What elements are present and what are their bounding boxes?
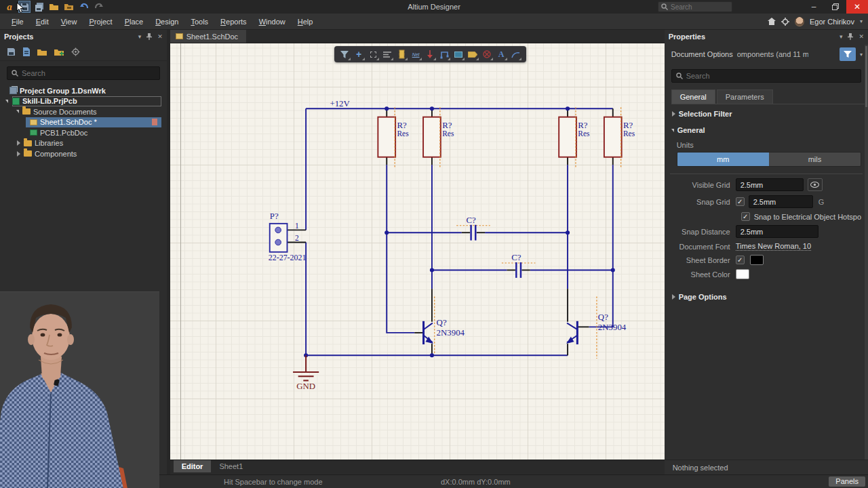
menu-reports[interactable]: Reports [214,16,253,28]
ground-net-label[interactable]: GND [296,382,315,391]
properties-search-input[interactable] [686,72,802,80]
snap-distance-input[interactable]: 2.5mm [736,225,818,238]
tab-general[interactable]: General [671,89,715,104]
document-font-link[interactable]: Times New Roman, 10 [736,242,811,251]
transistor-Q2[interactable] [566,321,577,344]
minimize-button[interactable]: – [803,0,825,14]
q2-comment[interactable]: 2N3904 [597,323,626,332]
p1-part-number[interactable]: 22-27-2021 [268,253,306,262]
add-folder-icon[interactable] [54,48,64,56]
q1-comment[interactable]: 2N3904 [436,328,465,338]
undo-button[interactable] [79,1,90,12]
snap-hotspot-checkbox[interactable]: ✓ [741,212,750,221]
tab-editor[interactable]: Editor [174,460,212,472]
tree-item-libraries[interactable]: Libraries [0,138,167,149]
save-all-button[interactable] [34,1,45,12]
collapse-arrow-icon[interactable] [17,140,20,146]
user-avatar[interactable] [795,17,804,26]
global-search[interactable] [658,1,732,12]
visible-grid-toggle-button[interactable] [808,178,823,191]
home-icon[interactable] [768,18,776,25]
r2-comment[interactable]: Res [442,129,454,138]
tree-item-sheet1[interactable]: Sheet1.SchDoc * [0,117,167,128]
tab-sheet1[interactable]: Sheet1 [211,460,251,472]
panels-button[interactable]: Panels [829,476,865,487]
sheet-border-color-swatch[interactable] [750,255,764,265]
p1-designator[interactable]: P? [269,211,278,221]
transistor-Q1[interactable] [423,321,433,344]
r1-designator[interactable]: R? [397,121,407,130]
gear-icon[interactable] [781,18,789,26]
r3-comment[interactable]: Res [578,129,590,138]
pin-icon[interactable] [146,33,152,40]
open-project-button[interactable] [64,1,75,12]
schematic-canvas[interactable]: + Net A [170,43,665,460]
close-button[interactable]: ✕ [846,0,868,14]
section-general[interactable]: General [665,121,868,137]
r1-comment[interactable]: Res [397,129,409,138]
collapse-arrow-icon[interactable] [17,151,20,157]
filter-dropdown-icon[interactable]: ▾ [860,52,863,58]
connector-P1[interactable] [269,224,287,252]
visible-grid-input[interactable]: 2.5mm [736,178,804,191]
units-mm-button[interactable]: mm [677,152,769,166]
settings-gear-icon[interactable] [71,47,80,56]
open-document-button[interactable] [49,1,60,12]
schematic-sheet[interactable]: +12V R? Res R? Res R? Res R? Res C? C? Q… [170,43,665,440]
menu-window[interactable]: Window [253,16,292,28]
section-page-options[interactable]: Page Options [665,287,868,304]
r4-comment[interactable]: Res [623,129,635,138]
menu-design[interactable]: Design [149,16,184,28]
user-menu-caret-icon[interactable]: ▾ [860,18,863,24]
menu-project[interactable]: Project [83,16,118,28]
menu-view[interactable]: View [55,16,83,28]
save-icon[interactable] [7,47,16,56]
tree-item-source-documents[interactable]: Source Documents [0,106,167,117]
q1-designator[interactable]: Q? [436,318,446,327]
c1-designator[interactable]: C? [466,216,476,225]
properties-scrollbar[interactable] [865,45,868,460]
capacitor-C1[interactable] [471,225,475,241]
properties-search[interactable] [671,69,861,83]
user-name[interactable]: Egor Chirikov [810,18,854,26]
panel-dropdown-icon[interactable]: ▾ [138,33,142,40]
open-folder-icon[interactable] [37,48,47,56]
r3-designator[interactable]: R? [578,121,588,130]
menu-file[interactable]: File [5,16,30,28]
tab-parameters[interactable]: Parameters [717,89,773,104]
q2-designator[interactable]: Q? [597,312,608,322]
global-search-input[interactable] [671,3,725,11]
panel-close-icon[interactable]: ✕ [859,33,864,40]
r4-designator[interactable]: R? [623,121,633,130]
expand-arrow-icon[interactable] [5,100,8,103]
tab-sheet1-schdoc[interactable]: Sheet1.SchDoc [170,30,246,43]
menu-tools[interactable]: Tools [184,16,214,28]
projects-search[interactable] [7,66,160,80]
panel-close-icon[interactable]: ✕ [157,33,163,40]
expand-arrow-icon[interactable] [16,110,19,113]
units-mils-button[interactable]: mils [769,152,861,166]
menu-help[interactable]: Help [292,16,319,28]
pin-icon[interactable] [848,33,853,40]
menu-edit[interactable]: Edit [30,16,55,28]
capacitor-C2[interactable] [516,262,521,278]
menu-place[interactable]: Place [119,16,150,28]
r2-designator[interactable]: R? [442,121,452,130]
tree-item-project[interactable]: Skill-Lib.PrjPcb [0,96,167,107]
tree-item-workspace[interactable]: Project Group 1.DsnWrk [0,85,167,96]
section-selection-filter[interactable]: Selection Filter [665,104,868,121]
compile-document-icon[interactable] [22,47,31,56]
snap-grid-input[interactable]: 2.5mm [749,195,813,208]
ground-symbol[interactable] [293,355,319,380]
c2-designator[interactable]: C? [511,253,521,262]
sheet-border-checkbox[interactable]: ✓ [736,256,745,264]
projects-search-input[interactable] [22,69,137,77]
tree-item-pcb1[interactable]: PCB1.PcbDoc [0,127,167,138]
sheet-color-swatch[interactable] [736,269,749,279]
snap-grid-checkbox[interactable]: ✓ [736,197,745,206]
redo-button[interactable] [94,1,104,12]
panel-dropdown-icon[interactable]: ▾ [840,33,843,40]
filter-button[interactable] [840,47,856,61]
power-net-label[interactable]: +12V [330,99,350,108]
restore-button[interactable] [825,0,846,14]
